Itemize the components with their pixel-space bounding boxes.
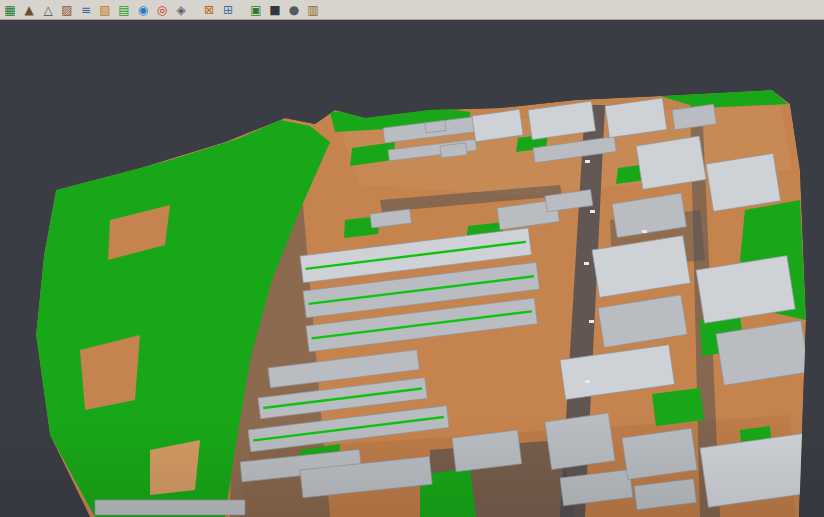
vegetation-patch	[652, 388, 704, 426]
crop-region-icon[interactable]: ⊠	[201, 2, 217, 18]
3d-viewport[interactable]	[0, 20, 824, 517]
building	[545, 413, 615, 469]
terrain	[36, 90, 811, 517]
no-entry-icon[interactable]: ◎	[154, 2, 170, 18]
building	[706, 153, 781, 211]
texture-icon[interactable]: ▨	[59, 2, 75, 18]
histogram-icon[interactable]: ▥	[305, 2, 321, 18]
car	[585, 380, 590, 383]
car	[589, 320, 594, 323]
building	[95, 500, 245, 515]
car	[584, 262, 589, 265]
layers-icon[interactable]: ≡	[78, 2, 94, 18]
car	[590, 210, 595, 213]
globe-icon[interactable]: ◉	[135, 2, 151, 18]
mesh-icon[interactable]: △	[40, 2, 56, 18]
car	[642, 230, 647, 233]
cube-icon[interactable]: ■	[267, 2, 283, 18]
classification-icon[interactable]: ▤	[116, 2, 132, 18]
building	[425, 121, 446, 133]
car	[585, 160, 590, 163]
sphere-icon[interactable]: ●	[286, 2, 302, 18]
application-window: ▦▲△▨≡▧▤◉◎◈⊠⊞▣■●▥	[0, 0, 824, 517]
building	[636, 136, 706, 189]
terrain-icon[interactable]: ▲	[21, 2, 37, 18]
grid-icon[interactable]: ⊞	[220, 2, 236, 18]
colormap-icon[interactable]: ▧	[97, 2, 113, 18]
snapshot-icon[interactable]: ▣	[248, 2, 264, 18]
toolbar: ▦▲△▨≡▧▤◉◎◈⊠⊞▣■●▥	[0, 0, 824, 20]
settings-icon[interactable]: ◈	[173, 2, 189, 18]
scene-svg[interactable]	[0, 20, 824, 517]
dataset-grid-icon[interactable]: ▦	[2, 2, 18, 18]
